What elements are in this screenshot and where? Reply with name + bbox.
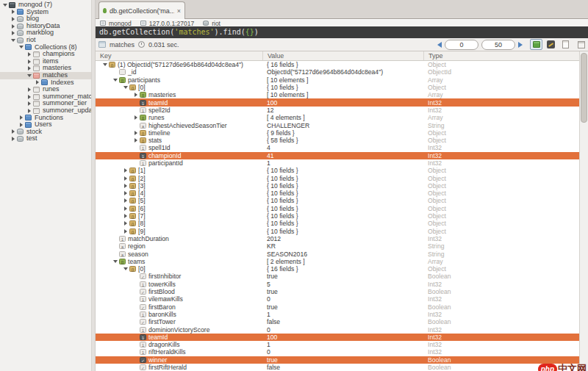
- expander-right-icon[interactable]: [26, 65, 32, 72]
- column-header-key[interactable]: Key: [96, 51, 262, 60]
- table-row[interactable]: 1towerKills5Int32: [96, 281, 579, 288]
- vertical-scrollbar[interactable]: [579, 51, 588, 371]
- table-row[interactable]: {}[8]{ 10 fields }Object: [96, 220, 579, 227]
- next-page-icon[interactable]: [518, 42, 523, 48]
- table-view-button[interactable]: [530, 39, 542, 50]
- expander-right-icon[interactable]: [18, 115, 24, 121]
- table-row[interactable]: 1riftHeraldKills0Int32: [96, 348, 579, 356]
- sidebar-item-test[interactable]: test: [0, 135, 91, 143]
- expander-right-icon[interactable]: [34, 79, 40, 86]
- expander-right-icon[interactable]: [10, 136, 16, 143]
- expander-right-icon[interactable]: [122, 213, 129, 220]
- query-editor[interactable]: db.getCollection('matches').find({}): [96, 26, 588, 38]
- table-row[interactable]: ✓firstBarontrueBoolean: [96, 303, 579, 311]
- maximize-result-icon[interactable]: [578, 41, 585, 48]
- table-row[interactable]: 1dragonKills1Int32: [96, 341, 579, 348]
- table-row[interactable]: {}(1) ObjectId("57127d6e964b864d04dc8ea4…: [96, 61, 579, 68]
- text-view-button[interactable]: [545, 39, 557, 50]
- table-row[interactable]: []masteries[ 10 elements ]Array: [96, 91, 579, 98]
- limit-input[interactable]: [481, 40, 515, 50]
- prev-page-icon[interactable]: [437, 42, 442, 48]
- expander-right-icon[interactable]: [122, 198, 129, 204]
- table-row[interactable]: []participants[ 10 elements ]Array: [96, 76, 579, 84]
- expander-right-icon[interactable]: [26, 51, 32, 57]
- expander-right-icon[interactable]: [26, 93, 32, 100]
- column-header-value[interactable]: Value: [262, 51, 423, 60]
- table-row[interactable]: 1teamId100Int32: [96, 98, 579, 106]
- expander-down-icon[interactable]: [26, 72, 32, 79]
- table-row[interactable]: 1championId41Int32: [96, 152, 579, 159]
- expander-down-icon[interactable]: [122, 266, 129, 273]
- expander-down-icon[interactable]: [1, 1, 8, 8]
- table-row[interactable]: {}[1]{ 10 fields }Object: [96, 167, 579, 174]
- sidebar-item-markblog[interactable]: markblog: [0, 29, 91, 37]
- table-row[interactable]: 1baronKills1Int32: [96, 311, 579, 318]
- table-row[interactable]: ✓firstTowerfalseBoolean: [96, 318, 579, 325]
- expander-right-icon[interactable]: [26, 86, 32, 93]
- sidebar-item-stock[interactable]: stock: [0, 129, 91, 136]
- expander-right-icon[interactable]: [122, 228, 129, 234]
- table-row[interactable]: aseasonSEASON2016String: [96, 250, 579, 257]
- table-row[interactable]: ahighestAchievedSeasonTierCHALLENGERStri…: [96, 121, 579, 129]
- tab-close-icon[interactable]: ×: [177, 7, 181, 15]
- expander-right-icon[interactable]: [122, 205, 129, 212]
- expander-right-icon[interactable]: [132, 137, 139, 144]
- scrollbar-thumb[interactable]: [581, 53, 587, 123]
- table-row[interactable]: ✓winnertrueBoolean: [96, 356, 579, 364]
- expander-right-icon[interactable]: [122, 182, 129, 189]
- expander-right-icon[interactable]: [10, 9, 16, 15]
- expander-right-icon[interactable]: [10, 30, 16, 37]
- expander-right-icon[interactable]: [132, 92, 139, 98]
- expander-right-icon[interactable]: [10, 23, 16, 29]
- expander-down-icon[interactable]: [122, 84, 129, 91]
- expander-down-icon[interactable]: [112, 258, 118, 264]
- expander-right-icon[interactable]: [122, 175, 129, 181]
- tab-query[interactable]: db.getCollection('ma... ×: [98, 1, 185, 19]
- expander-right-icon[interactable]: [26, 101, 32, 107]
- table-row[interactable]: 1spell1Id4Int32: [96, 144, 579, 151]
- expander-down-icon[interactable]: [18, 44, 24, 51]
- expander-right-icon[interactable]: [10, 129, 16, 135]
- expander-down-icon[interactable]: [10, 37, 16, 43]
- column-header-type[interactable]: Type: [423, 51, 579, 60]
- table-row[interactable]: {}[9]{ 10 fields }Object: [96, 228, 579, 235]
- tree-view-button[interactable]: [559, 39, 572, 50]
- expander-right-icon[interactable]: [26, 58, 32, 65]
- expander-right-icon[interactable]: [10, 15, 16, 22]
- table-row[interactable]: _idObjectId("57127d6e964b864d04dc8ea4")O…: [96, 68, 579, 76]
- expander-right-icon[interactable]: [122, 220, 129, 227]
- table-row[interactable]: ✓firstRiftHeraldfalseBoolean: [96, 364, 579, 371]
- table-row[interactable]: {}timeline{ 9 fields }Object: [96, 129, 579, 137]
- table-row[interactable]: {}stats{ 58 fields }Object: [96, 137, 579, 144]
- expander-right-icon[interactable]: [18, 121, 24, 128]
- table-row[interactable]: 1spell2Id12Int32: [96, 107, 579, 114]
- table-row[interactable]: ✓firstBloodtrueBoolean: [96, 288, 579, 295]
- table-row[interactable]: 1matchDuration2012Int32: [96, 235, 579, 242]
- table-row[interactable]: {}[2]{ 10 fields }Object: [96, 174, 579, 181]
- table-row[interactable]: 1vilemawKills0Int32: [96, 295, 579, 303]
- table-row[interactable]: []runes[ 4 elements ]Array: [96, 114, 579, 121]
- table-row[interactable]: 1participantId1Int32: [96, 159, 579, 167]
- skip-input[interactable]: [445, 40, 478, 50]
- table-row[interactable]: {}[0]{ 16 fields }Object: [96, 265, 579, 273]
- table-row[interactable]: {}[4]{ 10 fields }Object: [96, 190, 579, 197]
- table-row[interactable]: 1teamId100Int32: [96, 334, 579, 341]
- sidebar-item-matches[interactable]: matches: [0, 72, 91, 79]
- table-row[interactable]: {}[3]{ 10 fields }Object: [96, 182, 579, 190]
- expander-right-icon[interactable]: [122, 190, 129, 197]
- expander-down-icon[interactable]: [112, 76, 118, 83]
- table-row[interactable]: {}[0]{ 10 fields }Object: [96, 84, 579, 91]
- table-row[interactable]: []teams[ 2 elements ]Array: [96, 258, 579, 265]
- expander-down-icon[interactable]: [101, 62, 108, 68]
- sidebar-item-users[interactable]: Users: [0, 121, 91, 129]
- sidebar-item-system[interactable]: System: [0, 9, 91, 16]
- table-row[interactable]: {}[7]{ 10 fields }Object: [96, 212, 579, 220]
- table-row[interactable]: ✓firstInhibitortrueBoolean: [96, 273, 579, 280]
- expander-right-icon[interactable]: [122, 168, 129, 174]
- table-row[interactable]: 1dominionVictoryScore0Int32: [96, 325, 579, 333]
- table-row[interactable]: {}[6]{ 10 fields }Object: [96, 205, 579, 212]
- table-row[interactable]: {}[5]{ 10 fields }Object: [96, 197, 579, 204]
- table-row[interactable]: aregionKRString: [96, 242, 579, 250]
- expander-right-icon[interactable]: [132, 115, 139, 121]
- expander-right-icon[interactable]: [26, 107, 32, 114]
